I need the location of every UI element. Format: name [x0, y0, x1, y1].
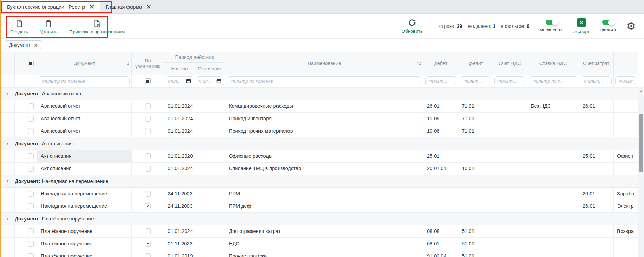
cell-start[interactable]: 01.01.2020 [164, 150, 195, 162]
cell-extra[interactable] [614, 237, 638, 250]
cell-credit[interactable]: 71.01 [458, 100, 492, 112]
table-row[interactable]: Авансовый отчет 01.01.2024 Приход прочих… [0, 125, 638, 137]
create-button[interactable]: Создать [10, 19, 28, 34]
bind-to-organizations-button[interactable]: Привязка к организациям [69, 19, 125, 34]
cell-vat-account[interactable] [492, 100, 527, 112]
row-select-checkbox[interactable] [28, 203, 34, 209]
cell-cost-account[interactable]: 25.01 [579, 150, 614, 162]
col-header-name[interactable]: Наименование ↑2 [225, 52, 423, 75]
cell-name[interactable]: Командировочные расходы [225, 100, 423, 112]
table-row[interactable]: Платёжное поручение 01.01.2019 Прочие пл… [0, 250, 638, 257]
close-icon[interactable]: ✕ [33, 43, 38, 48]
cell-document[interactable]: Платёжное поручение [37, 225, 132, 237]
cell-debit[interactable]: 25.01 [423, 150, 458, 162]
group-row[interactable]: ▼ Документ:Накладная на перемещение [0, 175, 638, 187]
cell-start[interactable]: 24.11.2003 [164, 187, 195, 200]
cell-vat-account[interactable] [492, 200, 527, 212]
cell-credit[interactable]: 71.01 [458, 125, 492, 137]
cell-name[interactable]: Для отражения затрат [225, 225, 423, 237]
col-header-default[interactable]: По умолчанию [132, 52, 164, 75]
gear-icon[interactable]: ⚙ [626, 21, 636, 31]
cell-start[interactable]: 01.01.2024 [164, 112, 195, 125]
cell-start[interactable]: 01.01.2019 [164, 250, 195, 257]
filter-start-datebox[interactable] [166, 76, 193, 85]
cell-credit[interactable]: 51.01 [458, 250, 492, 257]
refresh-button[interactable]: Обновить [402, 18, 423, 34]
row-select-checkbox[interactable] [28, 241, 34, 247]
cell-debit[interactable]: 68.01 [423, 237, 458, 250]
cell-debit[interactable] [423, 187, 458, 200]
scroll-up-arrow-icon[interactable]: ▲ [638, 89, 644, 92]
cell-document-selected[interactable]: Акт списания [37, 150, 132, 162]
cell-extra[interactable] [614, 112, 638, 125]
cell-vat-rate[interactable] [527, 200, 579, 212]
toggle-on-icon[interactable] [602, 20, 614, 25]
row-select-checkbox[interactable] [28, 153, 34, 159]
default-checkbox[interactable] [145, 166, 151, 172]
select-all-checkbox[interactable] [28, 61, 34, 66]
cell-name[interactable]: ПРМ деф [225, 200, 423, 212]
cell-vat-rate[interactable] [527, 225, 579, 237]
col-header-end[interactable]: Окончание [195, 62, 225, 75]
row-select-checkbox[interactable] [28, 228, 34, 234]
filter-start-input[interactable] [168, 79, 185, 84]
cell-extra[interactable] [614, 100, 638, 112]
col-header-cost-account[interactable]: Счет затрат [579, 52, 614, 75]
cell-credit[interactable]: 10.01 [458, 162, 492, 175]
cell-start[interactable]: 01.01.2024 [164, 125, 195, 137]
default-checkbox[interactable] [145, 191, 151, 197]
cell-extra[interactable] [614, 162, 638, 175]
default-checkbox[interactable] [145, 203, 151, 209]
row-select-checkbox[interactable] [28, 253, 34, 257]
close-icon[interactable]: ✕ [89, 3, 95, 10]
tab-accounting-operations[interactable]: Бухгалтерские операции - Реестр ✕ [1, 0, 100, 13]
table-row[interactable]: Платёжное поручение 01.11.2023 НДС 68.01… [0, 237, 638, 250]
cell-extra[interactable]: Возвра [614, 225, 638, 237]
col-header-vat-account[interactable]: Счет НДС [492, 52, 527, 75]
cell-extra[interactable]: Офисн [614, 150, 638, 162]
cell-credit[interactable]: 71.01 [458, 112, 492, 125]
cell-name[interactable]: ПРМ [225, 187, 423, 200]
cell-end[interactable] [195, 250, 225, 257]
cell-start[interactable]: 01.01.2024 [164, 100, 195, 112]
cell-end[interactable] [195, 200, 225, 212]
cell-vat-rate[interactable]: Без НДС [527, 100, 579, 112]
cell-cost-account[interactable] [579, 125, 614, 137]
cell-vat-account[interactable] [492, 187, 527, 200]
cell-debit[interactable]: 08.08 [423, 225, 458, 237]
cell-document[interactable]: Накладная на перемещение [37, 187, 132, 200]
cell-vat-account[interactable] [492, 150, 527, 162]
table-row[interactable]: Накладная на перемещение 24.11.2003 ПРМ … [0, 187, 638, 200]
cell-extra[interactable] [614, 125, 638, 137]
cell-name[interactable]: НДС [225, 237, 423, 250]
row-select-checkbox[interactable] [28, 116, 34, 122]
col-header-debit[interactable]: Дебет [423, 52, 458, 75]
cell-vat-account[interactable] [492, 250, 527, 257]
cell-debit[interactable]: 20.01.01 [423, 162, 458, 175]
row-select-checkbox[interactable] [28, 103, 34, 109]
scrollbar-thumb[interactable] [639, 114, 643, 172]
cell-vat-rate[interactable] [527, 237, 579, 250]
cell-debit[interactable]: 10.09 [423, 112, 458, 125]
filter-extra-input[interactable] [615, 76, 636, 85]
default-checkbox[interactable] [145, 103, 151, 109]
close-icon[interactable]: ✕ [146, 3, 152, 10]
cell-vat-account[interactable] [492, 237, 527, 250]
cell-debit[interactable]: 26.01 [423, 100, 458, 112]
row-select-checkbox[interactable] [28, 191, 34, 197]
cell-name[interactable]: Приход инвентаря [225, 112, 423, 125]
filter-document-input[interactable] [39, 76, 130, 85]
table-row[interactable]: Накладная на перемещение 24.11.2003 ПРМ … [0, 200, 638, 212]
cell-vat-rate[interactable] [527, 162, 579, 175]
cell-document[interactable]: Авансовый отчет [37, 100, 132, 112]
cell-vat-rate[interactable] [527, 187, 579, 200]
cell-cost-account[interactable] [579, 225, 614, 237]
cell-vat-rate[interactable] [527, 250, 579, 257]
filter-toggle[interactable]: фильтр [600, 20, 616, 32]
multi-sort-toggle[interactable]: множ.сорт. [540, 20, 563, 32]
cell-cost-account[interactable] [579, 162, 614, 175]
cell-vat-rate[interactable] [527, 112, 579, 125]
cell-debit[interactable]: 10.06 [423, 125, 458, 137]
col-header-credit[interactable]: Кредит [458, 52, 492, 75]
default-checkbox[interactable] [145, 253, 151, 257]
